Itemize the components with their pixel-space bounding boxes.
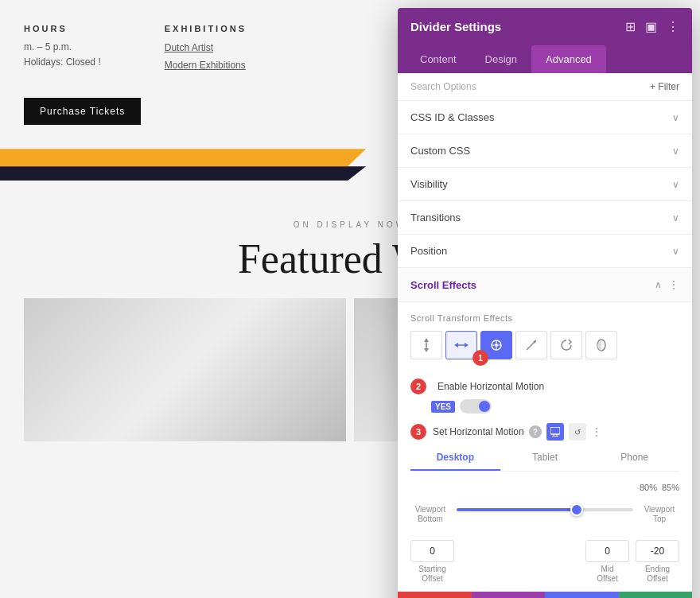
svg-rect-10 — [550, 427, 560, 434]
percent-1: 80% — [640, 483, 657, 492]
exhibitions-title: EXHIBITIONS — [165, 24, 247, 33]
transform-icon-vertical[interactable] — [410, 331, 442, 359]
badge-1: 1 — [472, 350, 488, 366]
ending-offset-input[interactable] — [636, 540, 679, 562]
scroll-effects-controls: ∧ ⋮ — [655, 278, 679, 291]
tab-tablet[interactable]: Tablet — [500, 445, 590, 471]
search-row: Search Options + Filter — [398, 73, 692, 101]
svg-point-3 — [495, 344, 498, 347]
panel-icon-menu[interactable]: ⋮ — [667, 19, 679, 34]
scroll-effects-header[interactable]: Scroll Effects ∧ ⋮ — [398, 268, 692, 302]
mid-offset-input[interactable] — [585, 540, 629, 562]
slider-track — [457, 508, 633, 511]
css-id-classes-label: CSS ID & Classes — [410, 111, 494, 123]
custom-css-section[interactable]: Custom CSS ∨ — [398, 134, 692, 168]
dutch-artist-link[interactable]: Dutch Artist — [165, 40, 247, 57]
mid-offset-group: Mid Offset — [585, 540, 629, 584]
slider-row: Viewport Bottom Viewport Top — [410, 495, 679, 524]
toggle-yes-wrapper[interactable]: YES — [431, 399, 492, 414]
visibility-label: Visibility — [410, 178, 448, 190]
slider-section: 80% 85% Viewport Bottom Viewport Top — [398, 472, 692, 532]
transitions-arrow: ∨ — [672, 212, 679, 223]
starting-offset-label: Starting Offset — [418, 565, 445, 584]
reset-icon-btn[interactable]: ↺ — [569, 423, 586, 441]
viewport-top-label: Viewport Top — [640, 495, 679, 524]
panel-title: Divider Settings — [410, 20, 501, 33]
modern-exhibitions-link[interactable]: Modern Exhibitions — [165, 57, 247, 75]
position-label: Position — [410, 245, 447, 257]
offsets-row: Starting Offset Mid Offset Ending Offset — [398, 532, 692, 592]
panel-header-icons: ⊞ ▣ ⋮ — [625, 19, 679, 34]
purchase-tickets-button[interactable]: Purchase Tickets — [24, 98, 141, 125]
visibility-arrow: ∨ — [672, 179, 679, 190]
starting-offset-group: Starting Offset — [410, 540, 454, 584]
help-icon[interactable]: ? — [529, 425, 542, 438]
redo-button[interactable]: ↻ — [545, 592, 619, 598]
panel-actions: ✕ ↺ ↻ ✓ — [398, 592, 692, 598]
dark-divider — [0, 166, 366, 181]
viewport-bottom-label: Viewport Bottom — [410, 495, 450, 524]
panel-icon-columns[interactable]: ▣ — [645, 19, 657, 34]
badge-2: 2 — [410, 379, 426, 394]
badge-3: 3 — [410, 424, 426, 440]
transform-icon-rotate[interactable] — [550, 331, 582, 359]
ending-offset-group: Ending Offset — [636, 540, 679, 584]
css-id-classes-arrow: ∨ — [672, 112, 679, 123]
offset-spacer — [461, 540, 579, 584]
toggle-track[interactable] — [460, 399, 492, 414]
confirm-button[interactable]: ✓ — [619, 592, 693, 598]
hours-section: HOURS m. – 5 p.m. Holidays: Closed ! — [24, 24, 101, 74]
hours-line1: m. – 5 p.m. — [24, 40, 101, 55]
enable-motion-label: Enable Horizontal Motion — [438, 381, 544, 392]
ending-offset-label: Ending Offset — [645, 565, 670, 584]
panel-tabs: Content Design Advanced ✕ — [398, 45, 692, 73]
tab-desktop[interactable]: Desktop — [410, 445, 500, 471]
slider-fill — [457, 508, 577, 511]
position-arrow: ∨ — [672, 246, 679, 257]
transitions-section[interactable]: Transitions ∨ — [398, 201, 692, 235]
enable-motion-inner: 2 Enable Horizontal Motion — [410, 379, 679, 394]
image-placeholder-1 — [24, 298, 346, 441]
set-motion-label: Set Horizontal Motion — [433, 426, 524, 437]
tab-design[interactable]: Design — [471, 45, 531, 73]
slider-thumb[interactable] — [570, 503, 583, 516]
scroll-effects-arrow: ∧ — [655, 279, 662, 290]
device-tabs: Desktop Tablet Phone — [410, 445, 679, 472]
scroll-effects-label: Scroll Effects — [410, 279, 476, 291]
cancel-button[interactable]: ✕ — [398, 592, 472, 598]
mid-offset-label: Mid Offset — [597, 565, 618, 584]
search-options-label: Search Options — [410, 81, 476, 92]
visibility-section[interactable]: Visibility ∨ — [398, 168, 692, 201]
exhibitions-section: EXHIBITIONS Dutch Artist Modern Exhibiti… — [165, 24, 247, 74]
filter-button[interactable]: + Filter — [650, 81, 679, 92]
transitions-label: Transitions — [410, 212, 461, 223]
yellow-divider — [0, 149, 366, 166]
tab-advanced[interactable]: Advanced — [531, 45, 606, 73]
slider-track-wrapper[interactable] — [457, 502, 633, 518]
hours-title: HOURS — [24, 24, 101, 33]
divider-settings-panel: Divider Settings ⊞ ▣ ⋮ Content Design Ad… — [398, 8, 692, 598]
transform-icon-skew[interactable] — [515, 331, 547, 359]
transform-icon-opacity[interactable] — [585, 331, 617, 359]
panel-icon-grid[interactable]: ⊞ — [625, 19, 636, 34]
filter-label: + Filter — [650, 81, 679, 92]
position-section[interactable]: Position ∨ — [398, 235, 692, 268]
toggle-thumb — [479, 401, 490, 412]
panel-header: Divider Settings ⊞ ▣ ⋮ — [398, 8, 692, 45]
starting-offset-input[interactable] — [410, 540, 454, 562]
reset-button[interactable]: ↺ — [472, 592, 546, 598]
tab-content[interactable]: Content — [406, 45, 471, 73]
set-motion-menu[interactable]: ⋮ — [591, 425, 602, 438]
toggle-row: YES — [431, 399, 679, 414]
percent-2: 85% — [662, 483, 679, 492]
custom-css-arrow: ∨ — [672, 146, 679, 157]
tab-phone[interactable]: Phone — [589, 445, 679, 471]
scroll-effects-menu[interactable]: ⋮ — [668, 278, 679, 291]
css-id-classes-section[interactable]: CSS ID & Classes ∨ — [398, 101, 692, 134]
enable-horizontal-motion-section: 2 Enable Horizontal Motion YES — [398, 372, 692, 417]
panel-body: Search Options + Filter CSS ID & Classes… — [398, 73, 692, 598]
scroll-transform-title: Scroll Transform Effects — [410, 313, 679, 323]
custom-css-label: Custom CSS — [410, 145, 470, 157]
scroll-transform-section: Scroll Transform Effects — [398, 302, 692, 372]
desktop-icon-btn[interactable] — [546, 423, 564, 441]
